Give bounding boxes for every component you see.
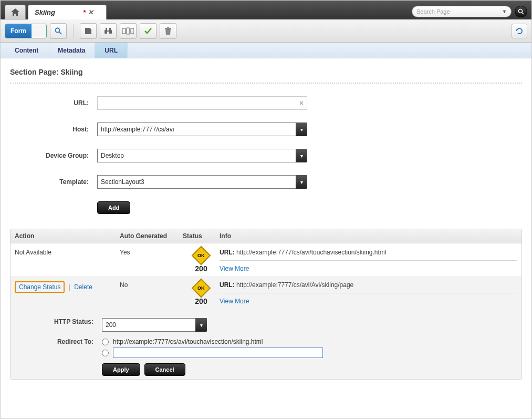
tab-title: Skiing bbox=[35, 8, 55, 16]
svg-rect-10 bbox=[127, 28, 130, 34]
trash-icon bbox=[165, 27, 171, 35]
apply-button[interactable]: Apply bbox=[102, 363, 140, 376]
device-group-select[interactable]: Desktop ▾ bbox=[97, 149, 307, 162]
home-button[interactable] bbox=[5, 5, 26, 19]
chevron-down-icon: ▼ bbox=[502, 9, 507, 14]
expand-panel: HTTP Status: 200 ▾ Redirect To: http://e… bbox=[11, 309, 521, 379]
view-more-link[interactable]: View More bbox=[220, 298, 249, 305]
preview-button[interactable] bbox=[100, 23, 117, 39]
home-icon bbox=[11, 8, 19, 16]
svg-point-2 bbox=[56, 28, 60, 32]
save-icon bbox=[85, 27, 92, 35]
auto-generated-cell: Yes bbox=[120, 249, 183, 273]
http-status-label: HTTP Status: bbox=[20, 318, 93, 325]
svg-rect-4 bbox=[105, 30, 107, 34]
redirect-option-existing[interactable] bbox=[102, 339, 109, 345]
template-value: SectionLayout3 bbox=[101, 178, 144, 186]
search-placeholder: Search Page bbox=[416, 8, 450, 15]
form-toggle-label: Form bbox=[11, 27, 26, 35]
http-status-value: 200 bbox=[106, 321, 116, 329]
status-code: 200 bbox=[195, 264, 207, 273]
approve-button[interactable] bbox=[140, 23, 157, 39]
status-ok-badge: OK bbox=[192, 246, 211, 265]
host-value: http://example:7777/cs/avi bbox=[101, 126, 174, 133]
svg-point-0 bbox=[519, 9, 523, 13]
device-group-value: Desktop bbox=[101, 152, 124, 159]
redirect-option-label: http://example:7777/cs/avi/touchavisecti… bbox=[113, 338, 263, 345]
search-input[interactable]: Search Page ▼ bbox=[412, 6, 512, 17]
redirect-to-label: Redirect To: bbox=[20, 338, 93, 345]
toolbar: Form bbox=[1, 19, 531, 43]
col-header-action: Action bbox=[15, 232, 120, 240]
cancel-button[interactable]: Cancel bbox=[144, 363, 185, 376]
redirect-option-custom[interactable] bbox=[102, 350, 109, 356]
status-code: 200 bbox=[195, 297, 207, 305]
http-status-select[interactable]: 200 ▾ bbox=[102, 318, 207, 332]
template-select[interactable]: SectionLayout3 ▾ bbox=[97, 175, 307, 189]
host-select[interactable]: http://example:7777/cs/avi ▾ bbox=[97, 122, 307, 136]
page-title: Section Page: Skiing bbox=[10, 68, 522, 76]
tab-url[interactable]: URL bbox=[95, 43, 128, 58]
chevron-down-icon: ▾ bbox=[195, 318, 207, 332]
add-button[interactable]: Add bbox=[97, 201, 130, 214]
col-header-status: Status bbox=[183, 232, 220, 240]
svg-rect-6 bbox=[106, 28, 107, 30]
tab-content[interactable]: Content bbox=[5, 43, 48, 58]
refresh-icon bbox=[515, 27, 524, 35]
col-header-auto: Auto Generated bbox=[120, 232, 183, 240]
table-row: Change Status | Delete No OK 200 URL: ht… bbox=[11, 276, 521, 309]
view-more-link[interactable]: View More bbox=[220, 265, 249, 272]
binoculars-icon bbox=[104, 27, 112, 35]
svg-rect-7 bbox=[109, 28, 111, 30]
svg-rect-8 bbox=[107, 30, 109, 32]
svg-rect-5 bbox=[109, 30, 112, 34]
device-group-label: Device Group: bbox=[15, 152, 89, 159]
check-icon bbox=[144, 27, 152, 35]
host-label: Host: bbox=[15, 126, 89, 133]
status-ok-badge: OK bbox=[192, 279, 211, 298]
refresh-button[interactable] bbox=[512, 24, 527, 38]
template-label: Template: bbox=[15, 178, 89, 186]
change-status-link[interactable]: Change Status bbox=[15, 281, 65, 293]
svg-rect-11 bbox=[131, 28, 134, 34]
form-view-toggle[interactable]: Form bbox=[5, 24, 47, 38]
devices-icon bbox=[122, 27, 134, 35]
delete-link[interactable]: Delete bbox=[74, 283, 92, 291]
svg-rect-9 bbox=[122, 28, 126, 34]
save-button[interactable] bbox=[80, 23, 97, 39]
app-topbar: Skiing * ✕ Search Page ▼ bbox=[1, 1, 531, 19]
url-input[interactable]: × bbox=[97, 96, 307, 110]
url-table: Action Auto Generated Status Info Not Av… bbox=[10, 229, 522, 380]
search-button[interactable] bbox=[515, 6, 527, 17]
magnifier-icon bbox=[54, 27, 62, 35]
content-tabs: Content Metadata URL bbox=[1, 43, 531, 58]
delete-button[interactable] bbox=[160, 23, 176, 39]
info-url: URL: http://example:7777/cs/avi/Avi/skii… bbox=[220, 281, 517, 289]
inspect-button[interactable] bbox=[50, 23, 67, 39]
table-row: Not Available Yes OK 200 URL: http://exa… bbox=[11, 243, 521, 276]
chevron-down-icon: ▾ bbox=[296, 149, 307, 162]
close-tab-icon[interactable]: ✕ bbox=[88, 8, 93, 16]
chevron-down-icon: ▾ bbox=[296, 122, 307, 136]
url-label: URL: bbox=[15, 99, 89, 107]
document-tab[interactable]: Skiing * ✕ bbox=[28, 5, 107, 19]
auto-generated-cell: No bbox=[120, 281, 183, 305]
svg-line-3 bbox=[59, 32, 61, 34]
redirect-custom-input[interactable] bbox=[113, 348, 323, 358]
svg-line-1 bbox=[522, 13, 524, 14]
search-icon bbox=[518, 8, 524, 15]
clear-url-icon[interactable]: × bbox=[299, 99, 304, 107]
col-header-info: Info bbox=[220, 232, 517, 240]
tab-metadata[interactable]: Metadata bbox=[48, 43, 95, 58]
device-preview-button[interactable] bbox=[120, 23, 137, 39]
action-cell: Not Available bbox=[15, 249, 120, 273]
info-url: URL: http://example:7777/cs/avi/touchavi… bbox=[220, 249, 517, 256]
chevron-down-icon: ▾ bbox=[296, 175, 307, 189]
dirty-indicator: * bbox=[83, 8, 86, 16]
